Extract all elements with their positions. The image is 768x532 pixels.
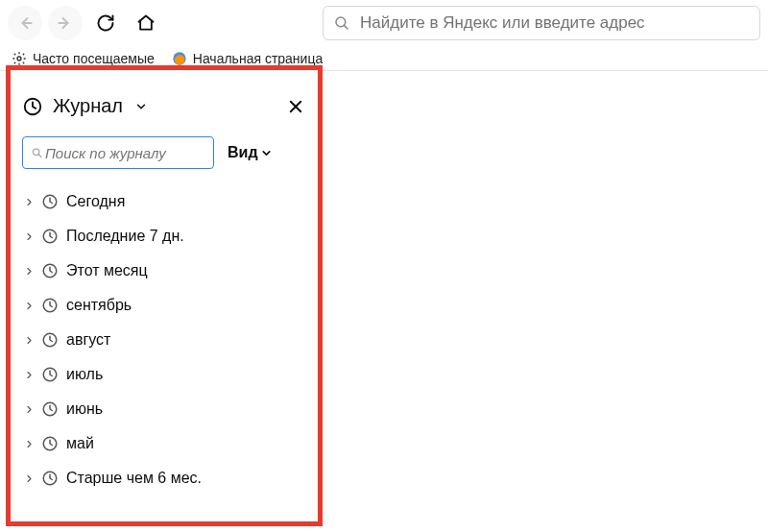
- expand-icon[interactable]: [24, 405, 34, 414]
- history-period-label: июнь: [66, 400, 103, 418]
- clock-icon: [41, 366, 59, 383]
- history-icon: [22, 96, 43, 117]
- history-period-label: июль: [66, 366, 103, 383]
- forward-button[interactable]: [48, 6, 83, 40]
- chevron-down-icon: [260, 147, 273, 159]
- clock-icon: [41, 297, 59, 314]
- history-period-label: Старше чем 6 мес.: [66, 470, 202, 487]
- arrow-left-icon: [15, 13, 35, 33]
- history-period[interactable]: Старше чем 6 мес.: [22, 463, 306, 494]
- history-period-label: сентябрь: [66, 297, 132, 314]
- history-period[interactable]: июль: [22, 359, 306, 390]
- gear-icon: [12, 51, 27, 66]
- clock-icon: [41, 400, 59, 418]
- history-period-label: август: [66, 331, 110, 349]
- search-icon: [31, 146, 43, 159]
- svg-line-10: [38, 155, 41, 157]
- expand-icon[interactable]: [24, 302, 34, 310]
- reload-button[interactable]: [88, 6, 123, 40]
- clock-icon: [41, 331, 59, 349]
- sidebar-title-text: Журнал: [53, 95, 123, 117]
- history-period[interactable]: Этот месяц: [22, 255, 306, 286]
- history-period[interactable]: сентябрь: [22, 290, 306, 321]
- sidebar-title-button[interactable]: Журнал: [22, 95, 148, 117]
- view-label: Вид: [228, 144, 258, 161]
- history-sidebar: Журнал Вид Сегодня Последние 7 дн.: [6, 65, 323, 526]
- url-placeholder: Найдите в Яндекс или введите адрес: [360, 13, 645, 33]
- expand-icon[interactable]: [24, 267, 34, 276]
- reload-icon: [96, 13, 115, 33]
- svg-line-3: [344, 25, 348, 29]
- bookmark-start-page[interactable]: Начальная страница: [172, 51, 323, 66]
- expand-icon[interactable]: [24, 371, 34, 379]
- clock-icon: [41, 193, 59, 210]
- bookmark-frequent[interactable]: Часто посещаемые: [12, 51, 155, 66]
- arrow-right-icon: [56, 13, 75, 33]
- clock-icon: [41, 228, 59, 245]
- history-period-label: Сегодня: [66, 193, 125, 210]
- url-bar[interactable]: Найдите в Яндекс или введите адрес: [323, 6, 760, 40]
- history-period[interactable]: Последние 7 дн.: [22, 221, 306, 252]
- sidebar-close-button[interactable]: [285, 96, 306, 117]
- history-period-label: Последние 7 дн.: [66, 228, 184, 245]
- view-menu-button[interactable]: Вид: [228, 144, 273, 161]
- expand-icon[interactable]: [24, 232, 34, 241]
- close-icon: [287, 98, 304, 115]
- browser-toolbar: Найдите в Яндекс или введите адрес: [0, 0, 768, 46]
- home-button[interactable]: [129, 6, 163, 40]
- expand-icon[interactable]: [24, 474, 34, 483]
- history-period[interactable]: Сегодня: [22, 186, 306, 217]
- chevron-down-icon: [134, 100, 148, 113]
- clock-icon: [41, 262, 59, 279]
- bookmark-label: Начальная страница: [193, 51, 323, 66]
- expand-icon[interactable]: [24, 336, 34, 345]
- history-period[interactable]: август: [22, 325, 306, 355]
- history-period[interactable]: июнь: [22, 394, 306, 424]
- sidebar-header: Журнал: [22, 95, 306, 117]
- history-tree: Сегодня Последние 7 дн. Этот месяц сентя…: [22, 186, 306, 494]
- history-period-label: май: [66, 435, 94, 452]
- expand-icon[interactable]: [24, 198, 34, 206]
- history-search-input[interactable]: [43, 144, 205, 162]
- home-icon: [136, 13, 156, 33]
- clock-icon: [41, 435, 59, 452]
- history-period-label: Этот месяц: [66, 262, 148, 279]
- search-icon: [333, 14, 350, 32]
- clock-icon: [41, 470, 59, 487]
- back-button[interactable]: [8, 6, 42, 40]
- history-search[interactable]: [22, 136, 214, 169]
- svg-point-4: [17, 57, 21, 60]
- sidebar-tools: Вид: [22, 136, 306, 169]
- expand-icon[interactable]: [24, 440, 34, 448]
- history-period[interactable]: май: [22, 428, 306, 459]
- bookmark-label: Часто посещаемые: [33, 51, 155, 66]
- firefox-icon: [172, 51, 187, 66]
